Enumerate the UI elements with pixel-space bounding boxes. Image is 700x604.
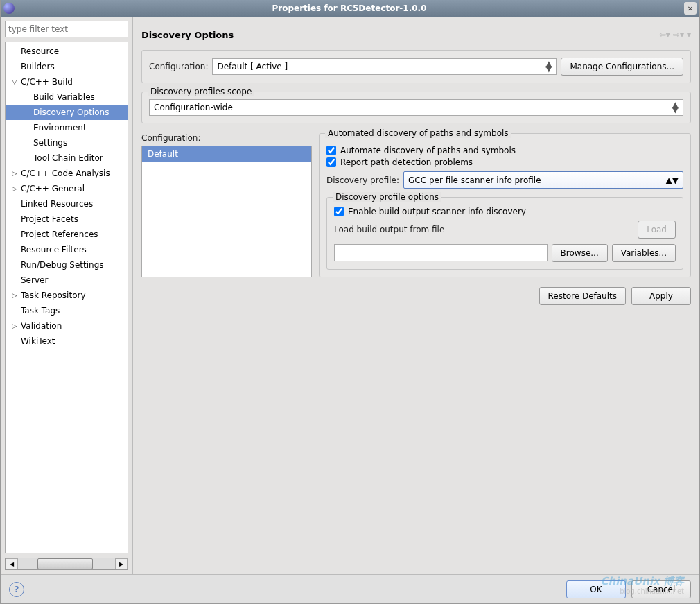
tree-item-label: C/C++ Build (21, 77, 73, 87)
automate-label: Automate discovery of paths and symbols (340, 146, 516, 155)
tree-item-label: Project References (21, 230, 98, 239)
tree-item-label: Discovery Options (33, 107, 109, 117)
tree-item[interactable]: ▷C/C++ Code Analysis (6, 166, 128, 181)
enable-output-checkbox[interactable] (334, 207, 344, 216)
automate-checkbox[interactable] (326, 146, 336, 155)
horizontal-scrollbar[interactable]: ◀ ▶ (5, 558, 128, 570)
report-checkbox[interactable] (326, 157, 336, 167)
tree-item-label: WikiText (21, 336, 55, 346)
tree-item[interactable]: Builders (6, 59, 128, 74)
tree-item[interactable]: Project Facets (6, 212, 128, 227)
manage-configurations-button[interactable]: Manage Configurations... (561, 58, 683, 76)
scope-legend: Discovery profiles scope (148, 87, 254, 96)
load-button[interactable]: Load (638, 221, 676, 239)
tree-item-label: Validation (21, 321, 62, 331)
spin-icon: ▲▼ (672, 103, 679, 112)
forward-icon[interactable]: ⇨▾ (673, 30, 684, 40)
tree-item[interactable]: Resource (6, 44, 128, 59)
tree-item[interactable]: Resource Filters (6, 242, 128, 257)
configuration-label: Configuration: (149, 62, 208, 71)
scroll-left-icon[interactable]: ◀ (6, 558, 18, 569)
apply-button[interactable]: Apply (631, 287, 691, 305)
spin-icon: ▲▼ (666, 175, 679, 185)
profile-label: Discovery profile: (326, 175, 399, 185)
chevron-right-icon[interactable]: ▷ (8, 322, 21, 329)
config-list[interactable]: Default (141, 146, 312, 277)
chevron-right-icon[interactable]: ▷ (8, 170, 21, 177)
profile-combo[interactable]: GCC per file scanner info profile ▲▼ (403, 171, 683, 189)
tree-item-label: C/C++ Code Analysis (21, 169, 110, 178)
tree-item[interactable]: ▽C/C++ Build (6, 74, 128, 89)
variables-button[interactable]: Variables... (612, 244, 676, 262)
tree-item-label: C/C++ General (21, 184, 85, 193)
menu-icon[interactable]: ▾ (687, 30, 691, 40)
tree-item[interactable]: Task Tags (6, 303, 128, 318)
spin-icon: ▲▼ (545, 62, 552, 71)
tree-item-label: Build Variables (33, 92, 95, 102)
file-input[interactable] (334, 244, 548, 261)
tree-item-label: Task Repository (21, 291, 86, 300)
filter-input[interactable] (5, 21, 128, 37)
tree-item[interactable]: Environment (6, 120, 128, 135)
help-icon[interactable]: ? (9, 582, 24, 597)
tree-item-label: Settings (33, 138, 67, 148)
configuration-combo[interactable]: Default [ Active ] ▲▼ (212, 58, 557, 75)
tree-item-label: Environment (33, 123, 87, 132)
page-title: Discovery Options (141, 30, 234, 40)
tree-item[interactable]: Settings (6, 135, 128, 150)
tree-item[interactable]: ▷Task Repository (6, 288, 128, 303)
tree-item[interactable]: Run/Debug Settings (6, 257, 128, 273)
load-label: Load build output from file (334, 225, 444, 234)
tree-item-label: Tool Chain Editor (33, 153, 103, 163)
cancel-button[interactable]: Cancel (631, 580, 691, 598)
config-list-label: Configuration: (141, 133, 312, 143)
ok-button[interactable]: OK (566, 580, 626, 598)
restore-defaults-button[interactable]: Restore Defaults (539, 287, 626, 305)
tree-item-label: Builders (21, 62, 55, 71)
tree-item[interactable]: ▷Validation (6, 318, 128, 334)
tree-item[interactable]: WikiText (6, 334, 128, 349)
tree-item-label: Linked Resources (21, 199, 93, 209)
report-label: Report path detection problems (340, 157, 473, 167)
back-icon[interactable]: ⇦▾ (659, 30, 670, 40)
scroll-thumb[interactable] (37, 558, 93, 569)
tree-item-label: Task Tags (21, 306, 60, 316)
tree-item[interactable]: Discovery Options (6, 105, 128, 120)
chevron-right-icon[interactable]: ▷ (8, 185, 21, 192)
window-title: Properties for RC5Detector-1.0.0 (15, 3, 684, 13)
nav-tree[interactable]: ResourceBuilders▽C/C++ BuildBuild Variab… (5, 42, 128, 553)
chevron-down-icon[interactable]: ▽ (8, 78, 21, 85)
tree-item-label: Resource Filters (21, 245, 87, 254)
browse-button[interactable]: Browse... (552, 244, 608, 262)
config-list-item[interactable]: Default (142, 146, 311, 162)
tree-item-label: Project Facets (21, 214, 78, 224)
tree-item-label: Resource (21, 46, 59, 56)
scope-combo[interactable]: Configuration-wide ▲▼ (149, 99, 683, 116)
chevron-right-icon[interactable]: ▷ (8, 292, 21, 299)
tree-item[interactable]: Build Variables (6, 89, 128, 105)
tree-item-label: Server (21, 275, 48, 285)
tree-item[interactable]: Linked Resources (6, 196, 128, 212)
sidebar: ResourceBuilders▽C/C++ BuildBuild Variab… (1, 17, 133, 574)
titlebar: Properties for RC5Detector-1.0.0 (1, 0, 699, 17)
close-icon[interactable] (684, 2, 697, 15)
tree-item[interactable]: Server (6, 273, 128, 288)
options-legend: Discovery profile options (333, 192, 441, 202)
enable-output-label: Enable build output scanner info discove… (348, 207, 526, 216)
tree-item-label: Run/Debug Settings (21, 260, 104, 270)
tree-item[interactable]: Tool Chain Editor (6, 150, 128, 166)
tree-item[interactable]: Project References (6, 227, 128, 242)
scroll-right-icon[interactable]: ▶ (115, 558, 128, 569)
auto-legend: Automated discovery of paths and symbols (325, 128, 511, 138)
tree-item[interactable]: ▷C/C++ General (6, 181, 128, 196)
app-icon (3, 3, 15, 14)
